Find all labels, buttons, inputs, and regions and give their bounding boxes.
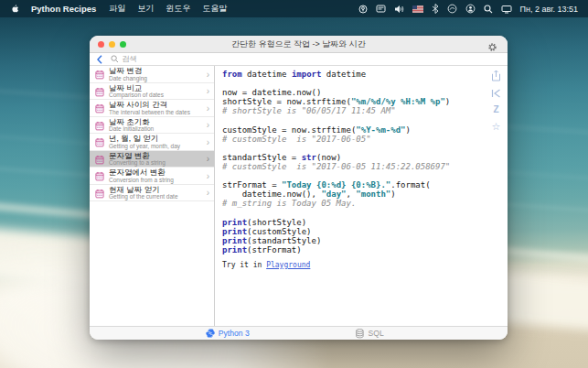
- code-line: [222, 144, 450, 153]
- code-block: from datetime import datetime now = date…: [222, 70, 450, 254]
- notification-banner-icon[interactable]: [376, 5, 386, 14]
- chevron-right-icon: ›: [207, 138, 209, 147]
- calendar-icon: [95, 121, 104, 131]
- recipe-subtitle: Conversion from a string: [109, 177, 174, 184]
- recipe-subtitle: Getting of the current date: [109, 193, 178, 200]
- minimize-button[interactable]: [109, 41, 115, 48]
- code-line: print(standartStyle): [222, 236, 450, 245]
- chevron-right-icon: ›: [207, 189, 209, 198]
- calendar-icon: [95, 103, 104, 114]
- code-line: print(strFormat): [222, 245, 450, 254]
- calendar-icon: [95, 189, 104, 199]
- recipe-subtitle: Converting to a string: [109, 159, 166, 167]
- recipe-subtitle: The interval between the dates: [109, 109, 190, 116]
- action-rail: Z ☆: [491, 70, 501, 131]
- back-button[interactable]: [97, 55, 102, 64]
- us-flag-icon[interactable]: [412, 5, 423, 13]
- chevron-right-icon: ›: [207, 155, 209, 164]
- favorite-star-icon[interactable]: ☆: [492, 122, 501, 131]
- chevron-right-icon: ›: [207, 121, 209, 130]
- code-line: [222, 171, 450, 180]
- search-icon: [111, 55, 119, 63]
- recipe-list-item[interactable]: 날짜 사이의 간격 The interval between the dates…: [90, 100, 214, 117]
- traffic-lights: [98, 41, 126, 48]
- settings-gear-icon[interactable]: [487, 39, 497, 56]
- code-line: # m_string is Today 05 May.: [222, 199, 450, 208]
- code-panel: from datetime import datetime now = date…: [215, 66, 508, 326]
- apple-menu-icon[interactable]: [10, 4, 20, 14]
- user-account-icon[interactable]: [465, 4, 476, 14]
- code-line: customStyle = now.strftime("%Y-%m-%d"): [222, 125, 450, 135]
- playground-link[interactable]: Playground: [266, 261, 310, 269]
- app-window: 간단한 유형으로 작업 -> 날짜와 시간 검색 날짜 변경 Date chan…: [90, 36, 508, 340]
- code-line: # shortStyle is "06/05/17 11:45 AM": [222, 106, 450, 115]
- zoom-button[interactable]: [120, 41, 126, 48]
- menu-clock[interactable]: Пн, 2 авг. 13:51: [520, 5, 578, 14]
- recipe-subtitle: Getting of year, month, day: [109, 143, 180, 150]
- menu-item[interactable]: 도움말: [202, 3, 227, 15]
- code-line: print(shortStyle): [222, 218, 450, 227]
- chevron-right-icon: ›: [207, 104, 209, 114]
- calendar-icon: [95, 155, 104, 165]
- calendar-icon: [95, 171, 104, 181]
- calendar-icon: [95, 70, 104, 80]
- recipe-list-item[interactable]: 날짜 비교 Comparison of dates ›: [90, 83, 214, 101]
- swirl-icon[interactable]: [447, 4, 457, 14]
- tab-python3[interactable]: Python 3: [206, 327, 250, 340]
- recipe-list-item[interactable]: 문자열 변환 Converting to a string ›: [90, 151, 214, 168]
- menu-bar: Python Recipes 파일보기윈도우도움말 Пн, 2 авг. 13:…: [0, 0, 588, 17]
- code-line: # customStyle is "2017-06-05 11:45:22.05…: [222, 162, 450, 171]
- database-icon: [356, 329, 365, 339]
- code-line: standartStyle = str(now): [222, 153, 450, 162]
- chevron-right-icon: ›: [207, 70, 209, 80]
- recipe-list-item[interactable]: 년, 월, 일 얻기 Getting of year, month, day ›: [90, 134, 214, 151]
- recipe-list-item[interactable]: 현재 날짜 얻기 Getting of the current date ›: [90, 185, 214, 202]
- window-title: 간단한 유형으로 작업 -> 날짜와 시간: [231, 38, 366, 50]
- share-icon[interactable]: [491, 70, 501, 81]
- try-it-line: Try it in Playground: [222, 261, 310, 269]
- recipe-subtitle: Date changing: [109, 75, 147, 82]
- window-titlebar[interactable]: 간단한 유형으로 작업 -> 날짜와 시간: [90, 36, 508, 53]
- menu-item[interactable]: 보기: [137, 3, 154, 15]
- code-line: [222, 79, 450, 88]
- volume-icon[interactable]: [394, 5, 404, 14]
- recipe-list-item[interactable]: 날짜 변경 Date changing ›: [90, 66, 214, 83]
- code-line: from datetime import datetime: [222, 70, 450, 79]
- calendar-icon: [95, 137, 104, 147]
- display-icon[interactable]: [501, 5, 512, 14]
- recipe-subtitle: Comparison of dates: [109, 92, 164, 99]
- code-line: datetime.now(), "day", "month"): [222, 189, 450, 199]
- try-it-text: Try it in: [222, 261, 266, 269]
- calendar-icon: [95, 87, 104, 97]
- recipe-subtitle: Date initialization: [109, 125, 154, 133]
- status-icons: [358, 4, 512, 14]
- code-line: strFormat = "Today {0:%d} {0:%B}.".forma…: [222, 180, 450, 189]
- recipe-list-item[interactable]: 날짜 초기화 Date initialization ›: [90, 117, 214, 135]
- code-line: now = datetime.now(): [222, 88, 450, 97]
- window-toolbar: 검색: [90, 53, 508, 66]
- menu-item[interactable]: 파일: [109, 3, 125, 15]
- code-line: shortStyle = now.strftime("%m/%d/%y %H:%…: [222, 97, 450, 106]
- python-logo-icon: [206, 329, 215, 338]
- code-line: print(customStyle): [222, 227, 450, 236]
- shortcut-icon[interactable]: [491, 89, 501, 98]
- keychain-icon[interactable]: [358, 5, 368, 14]
- font-size-icon[interactable]: Z: [493, 105, 498, 114]
- language-tabbar: Python 3 SQL: [90, 326, 508, 340]
- menu-items: 파일보기윈도우도움말: [109, 3, 227, 15]
- code-line: # customStyle is "2017-06-05": [222, 135, 450, 144]
- code-line: [222, 208, 450, 217]
- code-line: [222, 115, 450, 124]
- tab-sql[interactable]: SQL: [356, 327, 384, 340]
- close-button[interactable]: [98, 41, 104, 48]
- chevron-right-icon: ›: [207, 172, 209, 181]
- menu-item[interactable]: 윈도우: [166, 3, 190, 15]
- menu-app-name[interactable]: Python Recipes: [31, 4, 96, 14]
- desktop: Python Recipes 파일보기윈도우도움말 Пн, 2 авг. 13:…: [0, 0, 588, 368]
- search-field[interactable]: 검색: [111, 54, 137, 65]
- spotlight-search-icon[interactable]: [484, 5, 493, 14]
- search-placeholder: 검색: [122, 54, 137, 65]
- chevron-right-icon: ›: [207, 87, 209, 96]
- bluetooth-icon[interactable]: [432, 4, 439, 14]
- recipe-list-item[interactable]: 문자열에서 변환 Conversion from a string ›: [90, 168, 214, 185]
